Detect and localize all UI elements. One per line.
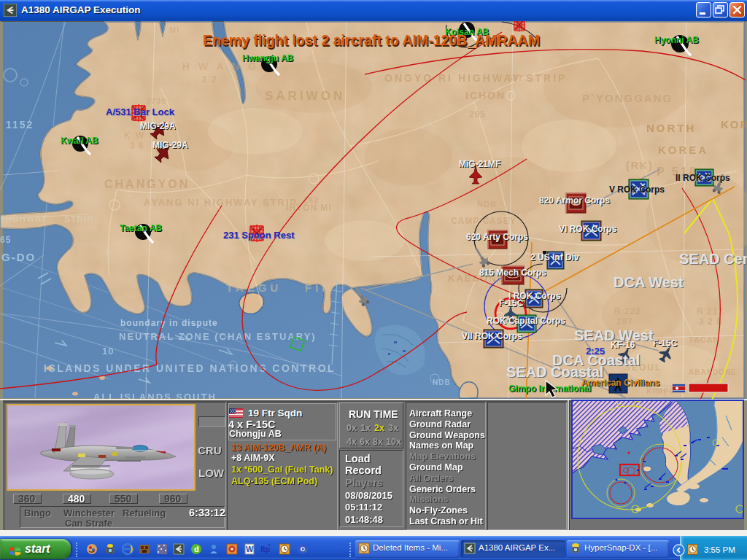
svg-text:815 Mech Corps: 815 Mech Corps [479,268,546,278]
svg-text:10: 10 [102,346,114,357]
svg-text:V ROK Corps: V ROK Corps [609,184,665,195]
svg-text:NORTH: NORTH [646,122,696,134]
svg-text:3 6: 3 6 [130,141,144,151]
svg-text:(RK): (RK) [626,160,654,171]
svg-text:Hyonni AB: Hyonni AB [654,35,699,45]
svg-text:FIR: FIR [305,281,333,294]
svg-text:262: 262 [303,195,319,204]
svg-text:Enemy flight lost 2 aircraft t: Enemy flight lost 2 aircraft to AIM-120B… [203,32,540,48]
svg-text:MAJU: MAJU [292,238,322,248]
svg-text:287: 287 [616,316,633,327]
svg-text:SEAD Cen: SEAD Cen [679,251,747,267]
svg-text:ROK Capital Corps: ROK Capital Corps [487,316,565,326]
svg-text:295: 295 [469,109,486,120]
svg-text:AYANG NI HIGHWAY: AYANG NI HIGHWAY [144,197,259,208]
svg-text:KOR: KOR [721,118,747,131]
svg-text:R 217: R 217 [697,306,724,316]
svg-text:587: 587 [508,74,523,82]
svg-text:A/531 Bar Lock: A/531 Bar Lock [106,106,175,117]
svg-text:3 2: 3 2 [201,74,218,85]
svg-text:KOREA: KOREA [658,144,708,156]
svg-text:3 2 8: 3 2 8 [699,316,722,327]
svg-text:F-15C: F-15C [499,298,524,308]
svg-text:MI: MI [169,26,179,34]
svg-text:VI ROK Corps: VI ROK Corps [559,224,617,234]
svg-text:P`YONGGANG: P`YONGGANG [582,92,673,104]
svg-text:IHYON MI: IHYON MI [286,203,332,213]
svg-text:SEAD West: SEAD West [574,327,654,343]
svg-text:231 Spoon Rest: 231 Spoon Rest [223,230,295,241]
svg-text:3730: 3730 [146,97,166,106]
svg-text:MIG-29A: MIG-29A [140,121,176,131]
svg-text:TACAN: TACAN [689,335,720,344]
svg-text:65: 65 [0,235,11,245]
svg-text:ABANDONE: ABANDONE [689,368,737,376]
svg-text:R 222: R 222 [614,306,641,316]
svg-text:Taetan AB: Taetan AB [120,223,162,233]
svg-text:boundary in dispute: boundary in dispute [120,318,218,328]
svg-text:Kwail AB: Kwail AB [61,136,98,146]
svg-text:SEAD Coastal: SEAD Coastal [506,364,603,380]
svg-text:NDB: NDB [433,378,451,386]
svg-text:G-DO: G-DO [1,251,36,263]
svg-text:STRIP: STRIP [64,214,93,225]
svg-text:TAEGU: TAEGU [226,281,282,294]
svg-text:CHANGYON: CHANGYON [104,178,190,190]
svg-text:SARIWON: SARIWON [265,89,345,103]
svg-text:HIGHWAY: HIGHWAY [1,214,47,224]
svg-text:NEUTRAL ZONE (CHAN ESTUARY): NEUTRAL ZONE (CHAN ESTUARY) [119,331,317,342]
svg-text:F-15C: F-15C [653,338,678,349]
svg-text:820 Armor Corps: 820 Armor Corps [539,195,610,206]
svg-text:3 2: 3 2 [306,248,322,257]
svg-text:ALL ISLANDS SOUTH: ALL ISLANDS SOUTH [93,392,217,399]
svg-text:K W A: K W A [124,131,157,141]
svg-text:d: d [194,545,199,553]
svg-text:NDB: NDB [477,200,497,209]
svg-text:MiG-21MF: MiG-21MF [459,159,500,169]
svg-text:1152: 1152 [6,119,34,131]
svg-text:Hwangju AB: Hwangju AB [242,53,294,63]
svg-text:ICHON: ICHON [465,90,506,101]
svg-text:MIG-29A: MIG-29A [152,140,188,150]
svg-text:DCA West: DCA West [614,274,684,290]
svg-text:ftp: ftp [260,545,270,553]
svg-text:620 Arty Corps: 620 Arty Corps [466,232,528,242]
svg-text:VII ROK Corps: VII ROK Corps [462,331,522,341]
svg-text:2 US Inf Div: 2 US Inf Div [530,252,579,262]
svg-text:II ROK Corps: II ROK Corps [676,173,730,183]
svg-text:ONGYO RI HIGHWAY STRIP: ONGYO RI HIGHWAY STRIP [384,72,567,84]
svg-text:ISLANDS UNDER UNITED NATIONS C: ISLANDS UNDER UNITED NATIONS CONTROL [44,362,336,374]
svg-text:CAMP CASEY: CAMP CASEY [451,216,516,226]
svg-text:W: W [246,545,254,553]
